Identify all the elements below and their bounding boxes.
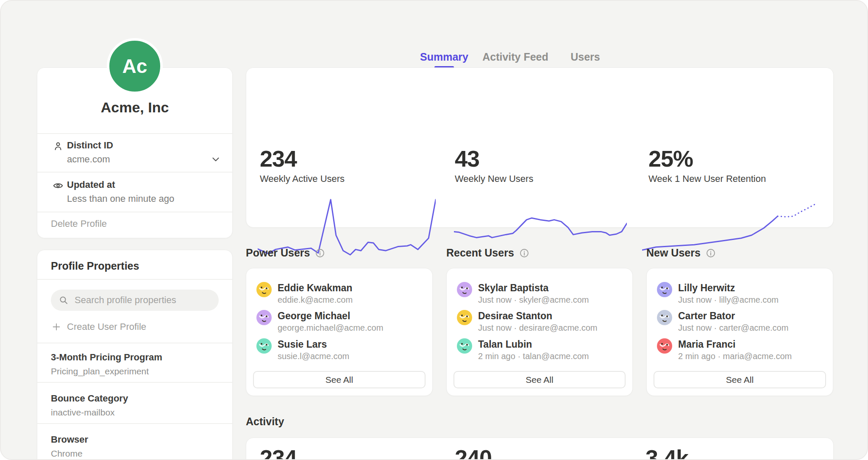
create-user-profile-button[interactable]: Create User Profile: [52, 321, 146, 332]
section-header-new-users: New Users: [646, 247, 716, 259]
divider: [37, 133, 232, 134]
user-avatar: [457, 282, 472, 297]
property-name: Browser: [51, 434, 88, 445]
chevron-down-icon[interactable]: [210, 154, 221, 165]
user-meta: Just now · carter@acme.com: [678, 323, 788, 333]
tab-users[interactable]: Users: [570, 51, 600, 63]
user-meta: susie.l@acme.com: [278, 351, 349, 361]
section-header-power-users: Power Users: [246, 247, 325, 259]
section-header-recent-users: Recent Users: [446, 247, 529, 259]
see-all-button[interactable]: See All: [253, 371, 426, 388]
face-icon: [657, 282, 672, 297]
org-avatar-initials: Ac: [122, 55, 147, 78]
distinct-id-label: Distinct ID: [67, 140, 113, 151]
distinct-id-value: acme.com: [67, 154, 110, 165]
info-icon[interactable]: [706, 248, 716, 258]
info-icon[interactable]: [315, 248, 325, 258]
user-avatar: [657, 282, 672, 297]
power-users-card: Eddie Kwakman eddie.k@acme.com George Mi…: [246, 268, 433, 396]
divider: [37, 423, 232, 424]
user-name[interactable]: Skylar Baptista: [478, 282, 548, 294]
stat-label: Weekly Active Users: [260, 173, 345, 184]
face-icon: [256, 310, 272, 325]
stat-label: Week 1 New User Retention: [648, 173, 766, 184]
user-meta: 2 min ago · maria@acme.com: [678, 351, 792, 361]
activity-stat: 3.4k: [645, 445, 688, 460]
user-avatar: [657, 338, 672, 354]
user-meta: Just now · desirare@acme.com: [478, 323, 598, 333]
stat-value: 234: [260, 145, 297, 172]
search-input[interactable]: [74, 294, 211, 306]
eye-icon: [53, 180, 64, 191]
user-meta: eddie.k@acme.com: [278, 295, 353, 305]
face-icon: [457, 310, 472, 325]
see-all-button[interactable]: See All: [654, 371, 826, 388]
profile-properties-title: Profile Properties: [51, 260, 139, 272]
activity-stat: 234: [260, 445, 297, 460]
user-name[interactable]: Talan Lubin: [478, 339, 532, 350]
user-avatar: [256, 338, 272, 354]
face-icon: [457, 338, 472, 354]
org-name: Acme, Inc: [37, 99, 232, 116]
activity-card: 234 240 3.4k: [246, 438, 834, 460]
stat-value: 25%: [648, 145, 693, 172]
user-name[interactable]: Eddie Kwakman: [278, 282, 352, 294]
section-title: New Users: [646, 247, 701, 259]
plus-icon: [52, 322, 61, 332]
person-icon: [53, 141, 64, 152]
divider: [37, 212, 232, 212]
user-avatar: [457, 310, 472, 325]
activity-section-title: Activity: [246, 415, 284, 428]
user-name[interactable]: Lilly Herwitz: [678, 282, 735, 294]
profile-properties-card: Profile Properties Create User Profile 3…: [37, 250, 233, 460]
user-name[interactable]: Maria Franci: [678, 339, 736, 350]
divider: [37, 279, 232, 280]
delete-profile-button[interactable]: Delete Profile: [51, 218, 107, 229]
user-name[interactable]: George Michael: [278, 310, 350, 322]
stat-value: 43: [455, 145, 479, 172]
tab-summary[interactable]: Summary: [420, 51, 468, 63]
summary-stats-card: 234 Weekly Active Users 43 Weekly New Us…: [246, 67, 834, 228]
user-name[interactable]: Desirae Stanton: [478, 310, 552, 322]
see-all-button[interactable]: See All: [453, 371, 626, 388]
section-title: Recent Users: [446, 247, 514, 259]
face-icon: [657, 310, 672, 325]
user-avatar: [256, 282, 272, 297]
recent-users-card: Skylar Baptista Just now · skyler@acme.c…: [446, 268, 633, 396]
user-avatar: [256, 310, 272, 325]
updated-at-value: Less than one minute ago: [67, 193, 174, 204]
user-meta: 2 min ago · talan@acme.com: [478, 351, 589, 361]
section-title: Power Users: [246, 247, 310, 259]
info-icon[interactable]: [519, 248, 529, 258]
stat-label: Weekly New Users: [455, 173, 533, 184]
face-icon: [256, 338, 272, 354]
property-value: inactive-mailbox: [51, 407, 115, 418]
updated-at-label: Updated at: [67, 179, 115, 190]
property-name: Bounce Category: [51, 393, 128, 404]
user-meta: george.michael@acme.com: [278, 323, 383, 333]
face-icon: [657, 338, 672, 354]
profile-properties-search: [51, 290, 219, 311]
user-meta: Just now · lilly@acme.com: [678, 295, 779, 305]
divider: [37, 382, 232, 383]
property-value: Chrome: [51, 449, 83, 459]
tab-activity-feed[interactable]: Activity Feed: [482, 51, 548, 63]
org-avatar: Ac: [107, 38, 163, 94]
divider: [37, 343, 232, 343]
user-avatar: [457, 338, 472, 354]
new-users-card: Lilly Herwitz Just now · lilly@acme.com …: [646, 268, 833, 396]
face-icon: [457, 282, 472, 297]
property-name: 3-Month Pricing Program: [51, 352, 162, 363]
user-avatar: [657, 310, 672, 325]
search-icon: [58, 295, 69, 305]
user-name[interactable]: Carter Bator: [678, 310, 735, 322]
user-meta: Just now · skyler@acme.com: [478, 295, 589, 305]
profile-dashboard: Ac Acme, Inc Distinct ID acme.com Update…: [0, 0, 868, 460]
divider: [37, 172, 232, 173]
face-icon: [256, 282, 272, 297]
property-value: Pricing_plan_experiment: [51, 366, 149, 376]
user-name[interactable]: Susie Lars: [278, 339, 327, 350]
create-user-profile-label: Create User Profile: [67, 321, 146, 332]
activity-stat: 240: [455, 445, 492, 460]
